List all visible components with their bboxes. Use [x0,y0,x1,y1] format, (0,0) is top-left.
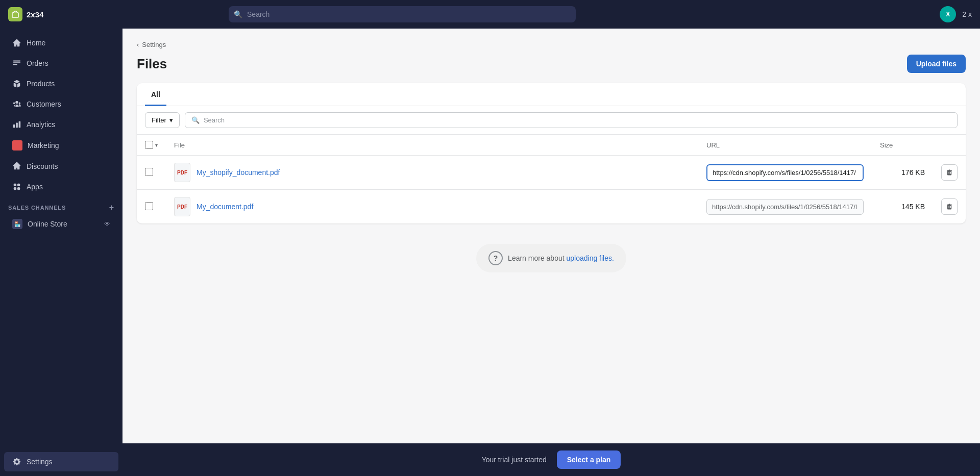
table-header-file: File [166,135,698,156]
page-title: Files [137,56,167,72]
row2-url-cell [698,190,872,224]
marketing-icon [12,140,22,151]
sidebar-item-discounts[interactable]: Discounts [4,157,118,176]
learn-more-text: Learn more about uploading files. [508,254,614,262]
sidebar-label-customers: Customers [27,100,61,108]
filters-row: Filter ▾ 🔍 [137,106,966,135]
trash-icon [946,203,953,210]
filter-label: Filter [152,116,166,124]
row1-check-cell [137,156,166,190]
sidebar-label-products: Products [27,80,55,88]
sidebar-label-marketing: Marketing [28,141,59,149]
apps-icon [12,182,21,191]
sidebar-label-settings: Settings [27,458,53,466]
files-table: ▾ File URL Size [137,135,966,223]
orders-icon [12,59,21,68]
row2-check-cell [137,190,166,224]
learn-more-bubble: ? Learn more about uploading files. [476,244,626,272]
row1-size-cell: 176 KB [872,156,933,190]
online-store-icon: 🏪 [12,219,22,229]
home-icon [12,38,21,47]
table-header-url: URL [698,135,872,156]
table-row: PDF My_shopify_document.pdf 176 KB [137,156,966,190]
row2-size-cell: 145 KB [872,190,933,224]
table-header-size: Size [872,135,933,156]
sidebar-item-apps[interactable]: Apps [4,177,118,196]
discounts-icon [12,162,21,171]
row1-checkbox[interactable] [145,168,153,176]
table-header-check: ▾ [137,135,166,156]
filter-dropdown-icon: ▾ [169,116,173,124]
store-name: 2x34 [27,10,43,19]
top-navigation: 2x34 🔍 X 2 x [0,0,980,29]
uploading-files-link[interactable]: uploading files. [567,254,614,262]
tab-all[interactable]: All [145,83,166,106]
sidebar-label-orders: Orders [27,59,48,67]
sidebar-item-online-store[interactable]: 🏪 Online Store 👁 [4,215,118,233]
table-row: PDF My_document.pdf 145 KB [137,190,966,224]
filter-search-container: 🔍 [185,112,958,128]
trial-text: Your trial just started [482,456,547,464]
search-container: 🔍 [229,6,576,22]
breadcrumb-chevron-icon: ‹ [137,41,139,48]
shopify-logo-icon [8,7,22,21]
row1-file-cell: PDF My_shopify_document.pdf [166,156,698,190]
breadcrumb[interactable]: ‹ Settings [137,41,966,48]
files-card: All Filter ▾ 🔍 [137,83,966,223]
main-content: ‹ Settings Files Upload files All Filter [122,29,980,476]
sidebar: Home Orders Products Customers Analytics… [0,29,122,476]
sidebar-item-analytics[interactable]: Analytics [4,115,118,134]
bag-icon [11,10,20,19]
row2-delete-button[interactable] [941,198,958,215]
pdf-icon: PDF [174,163,190,182]
sidebar-label-home: Home [27,39,45,47]
upload-files-button[interactable]: Upload files [907,55,966,73]
search-icon: 🔍 [234,10,242,18]
row2-file-link[interactable]: My_document.pdf [197,203,253,211]
breadcrumb-label: Settings [142,41,166,48]
row1-action-cell [933,156,966,190]
bottom-bar: Your trial just started Select a plan [122,443,980,476]
sidebar-label-discounts: Discounts [27,162,58,170]
sidebar-label-apps: Apps [27,183,43,191]
topnav-right: X 2 x [940,6,972,22]
filter-search-input[interactable] [204,116,951,124]
search-input[interactable] [229,6,576,22]
table-header-action [933,135,966,156]
products-icon [12,79,21,88]
filter-button[interactable]: Filter ▾ [145,112,180,128]
settings-icon [12,457,21,466]
online-store-eye-icon[interactable]: 👁 [104,220,110,228]
row1-url-cell [698,156,872,190]
filter-search-icon: 🔍 [191,116,200,124]
trash-icon [946,169,953,176]
select-dropdown-icon[interactable]: ▾ [155,142,158,148]
tabs-row: All [137,83,966,106]
channel-label-online-store: Online Store [28,220,67,228]
row2-url-input[interactable] [706,199,864,215]
sidebar-item-home[interactable]: Home [4,33,118,53]
row1-url-input[interactable] [706,164,864,181]
row1-file-link[interactable]: My_shopify_document.pdf [197,168,280,177]
customers-icon [12,99,21,109]
analytics-icon [12,120,21,129]
sales-channels-section: SALES CHANNELS + [0,197,122,214]
select-all-checkbox[interactable] [145,141,153,149]
help-icon: ? [488,251,503,265]
user-label: 2 x [962,10,972,18]
sidebar-item-customers[interactable]: Customers [4,94,118,114]
sidebar-item-products[interactable]: Products [4,74,118,93]
sidebar-item-orders[interactable]: Orders [4,54,118,73]
avatar[interactable]: X [940,6,956,22]
sales-channels-label: SALES CHANNELS [8,205,66,211]
row2-checkbox[interactable] [145,202,153,210]
add-channel-button[interactable]: + [109,203,114,212]
pdf-icon: PDF [174,197,190,216]
app-logo[interactable]: 2x34 [8,7,43,21]
sidebar-item-marketing[interactable]: Marketing [4,135,118,156]
sidebar-item-settings[interactable]: Settings [4,452,118,471]
row1-delete-button[interactable] [941,164,958,181]
select-plan-button[interactable]: Select a plan [557,450,621,469]
sidebar-label-analytics: Analytics [27,120,55,129]
learn-more-section: ? Learn more about uploading files. [137,223,966,293]
